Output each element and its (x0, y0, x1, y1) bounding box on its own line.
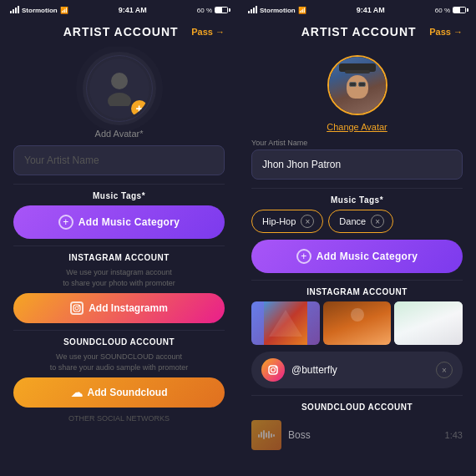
header-title-left: ARTIST ACCOUNT (50, 25, 191, 38)
artist-name-label-right: Your Artist Name (251, 139, 463, 147)
artist-name-group-right: Your Artist Name Jhon Jhon Patron (251, 139, 463, 180)
photo-thumb-1 (251, 301, 320, 345)
artist-name-input-right[interactable]: Jhon Jhon Patron (251, 149, 463, 180)
svg-rect-16 (273, 434, 275, 437)
instagram-desc-left: We use your instagram account to share y… (13, 267, 225, 288)
avatar-container-left[interactable]: + (86, 55, 153, 122)
instagram-section-right: INSTAGRAM ACCOUNT (251, 287, 463, 388)
artist-name-placeholder: Your Artist Name (24, 154, 99, 166)
wifi-icon: 📶 (60, 7, 68, 14)
carrier-name: Stormotion (22, 7, 58, 14)
carrier-name-right: Stormotion (260, 7, 296, 14)
soundcloud-title-right: SOUNDCLOUD ACCOUNT (251, 403, 463, 412)
music-tags-label-right: Music Tags* (251, 195, 463, 205)
battery-icon-right (453, 7, 466, 13)
artist-name-value: Jhon Jhon Patron (262, 159, 341, 170)
signal-bar-2 (13, 9, 14, 13)
soundcloud-track: Boss 1:43 (251, 417, 463, 453)
header-left: ARTIST ACCOUNT Pass → (0, 18, 238, 47)
add-category-label-left: Add Music Category (78, 216, 180, 228)
status-time: 9:41 AM (119, 6, 147, 14)
tag-dance: Dance × (328, 210, 393, 233)
divider-2 (13, 246, 225, 246)
svg-rect-15 (271, 433, 272, 438)
avatar-add-icon[interactable]: + (131, 100, 148, 117)
header-right: ARTIST ACCOUNT Pass → (238, 18, 476, 47)
track-name: Boss (288, 429, 438, 441)
photo-thumb-2 (323, 301, 392, 345)
signal-icon (10, 7, 19, 13)
instagram-handle: @butterfly (291, 364, 429, 376)
other-networks-label: OTHER SOCIAL NETWORKS (13, 414, 225, 423)
svg-point-8 (271, 368, 276, 372)
signal-bar-1 (10, 11, 12, 13)
divider-3 (13, 330, 225, 331)
content-left: + Add Avatar* Your Artist Name Music Tag… (0, 47, 238, 476)
svg-point-9 (275, 367, 276, 368)
status-carrier-right: Stormotion 📶 (248, 7, 306, 14)
instagram-title-left: INSTAGRAM ACCOUNT (13, 253, 225, 262)
svg-rect-12 (263, 430, 265, 439)
track-info: Boss (288, 429, 438, 441)
status-bar-right: Stormotion 📶 9:41 AM 60 % (238, 0, 476, 18)
panel-left: Stormotion 📶 9:41 AM 60 % ARTIST ACCOUNT… (0, 0, 238, 476)
svg-rect-10 (258, 434, 260, 438)
soundcloud-section-right: SOUNDCLOUD ACCOUNT Boss 1 (251, 403, 463, 453)
avatar-circle: + (89, 58, 149, 119)
change-avatar-link[interactable]: Change Avatar (327, 122, 387, 132)
tag-dance-remove[interactable]: × (371, 215, 384, 228)
pass-button-left[interactable]: Pass → (191, 27, 225, 37)
svg-rect-14 (268, 431, 270, 438)
add-music-category-button-right[interactable]: + Add Music Category (251, 240, 463, 273)
avatar-label: Add Avatar* (95, 129, 144, 139)
avatar-container-right[interactable] (327, 55, 387, 115)
photo-thumb-3 (394, 301, 463, 345)
battery-percent-right: 60 % (435, 7, 450, 14)
tag-hiphop: Hip-Hop × (251, 210, 323, 233)
add-music-category-button-left[interactable]: + Add Music Category (13, 205, 225, 239)
add-instagram-button[interactable]: Add Instagramm (13, 293, 225, 323)
tags-row: Hip-Hop × Dance × (251, 210, 463, 233)
svg-point-4 (78, 306, 80, 307)
divider-right-3 (251, 395, 463, 396)
artist-name-input-left[interactable]: Your Artist Name (13, 145, 225, 175)
divider-1 (13, 184, 225, 185)
divider-right-1 (251, 188, 463, 189)
soundcloud-section-left: SOUNDCLOUD ACCOUNT We use your SOUNDCLOU… (13, 337, 225, 408)
svg-point-0 (111, 73, 128, 89)
svg-point-3 (75, 306, 78, 310)
music-tags-label-left: Music Tags* (13, 191, 225, 200)
battery-icon (215, 7, 228, 13)
tag-hiphop-label: Hip-Hop (262, 216, 296, 226)
status-battery-right: 60 % (435, 7, 466, 14)
battery-percent: 60 % (197, 7, 212, 14)
add-instagram-label: Add Instagramm (89, 302, 168, 314)
track-duration: 1:43 (445, 430, 463, 440)
soundcloud-desc-left: We use your SOUNDCLOUD account to share … (13, 352, 225, 372)
content-right: Change Avatar Your Artist Name Jhon Jhon… (238, 47, 476, 476)
pass-label-right: Pass → (429, 27, 463, 37)
instagram-small-icon (261, 358, 285, 382)
svg-rect-11 (261, 432, 262, 438)
add-circle-icon-left: + (58, 215, 73, 230)
status-carrier-left: Stormotion 📶 (10, 7, 68, 14)
add-soundcloud-button[interactable]: ☁ Add Soundcloud (13, 377, 225, 408)
instagram-connected: @butterfly × (251, 352, 463, 388)
svg-point-1 (108, 93, 131, 106)
track-thumbnail (251, 420, 281, 450)
instagram-section-left: INSTAGRAM ACCOUNT We use your instagram … (13, 253, 225, 323)
artist-name-group-left: Your Artist Name (13, 145, 225, 175)
avatar-section-right: Change Avatar (251, 47, 463, 139)
instagram-remove-button[interactable]: × (436, 362, 453, 378)
soundcloud-title-left: SOUNDCLOUD ACCOUNT (13, 337, 225, 347)
pass-button-right[interactable]: Pass → (429, 27, 463, 37)
wifi-icon-right: 📶 (298, 7, 306, 14)
add-circle-icon-right: + (296, 249, 311, 264)
instagram-title-right: INSTAGRAM ACCOUNT (251, 287, 463, 296)
tag-hiphop-remove[interactable]: × (301, 215, 314, 228)
svg-rect-13 (266, 433, 267, 438)
signal-bar-3 (15, 8, 17, 13)
status-time-right: 9:41 AM (357, 6, 385, 14)
person-icon (104, 71, 134, 106)
tag-dance-label: Dance (339, 216, 366, 226)
